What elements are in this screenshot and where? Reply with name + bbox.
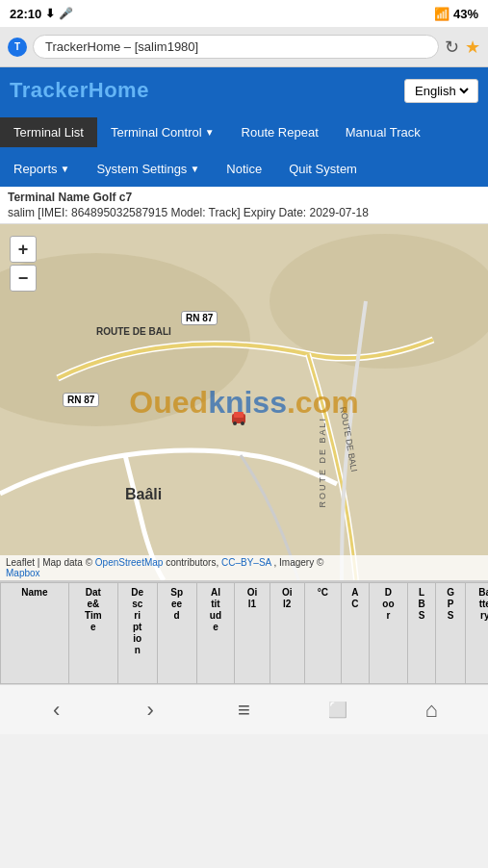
svg-point-7	[233, 421, 237, 425]
nav-terminal-control-label: Terminal Control	[111, 125, 202, 140]
terminal-name: Terminal Name Golf c7	[8, 191, 480, 204]
nav-quit-system[interactable]: Quit System	[275, 154, 371, 184]
reports-caret: ▼	[61, 164, 70, 174]
bookmark-star[interactable]: ★	[465, 37, 480, 58]
nav-route-repeat[interactable]: Route Repeat	[228, 117, 332, 147]
leaflet-text: Leaflet	[6, 557, 35, 568]
status-bar: 22:10 ⬇ 🎤 📶 43%	[0, 0, 488, 27]
forward-button[interactable]: ›	[129, 689, 171, 731]
language-selector[interactable]: English French Arabic	[404, 79, 478, 103]
nav-quit-system-label: Quit System	[289, 162, 357, 176]
vehicle-marker	[229, 409, 248, 428]
col-altitude: Altitude	[196, 583, 235, 684]
nav-manual-track-label: Manual Track	[346, 125, 421, 140]
reload-button[interactable]: ↻	[445, 37, 459, 58]
nav-notice-label: Notice	[226, 162, 262, 176]
terminal-control-caret: ▼	[205, 127, 215, 138]
app-title-part2: Home	[89, 78, 149, 102]
mapbox-link[interactable]: Mapbox	[6, 568, 40, 578]
contributors-text: contributors,	[166, 557, 221, 568]
nav-manual-track[interactable]: Manual Track	[332, 117, 434, 147]
col-ac: AC	[341, 583, 369, 684]
nav-terminal-control[interactable]: Terminal Control ▼	[97, 117, 228, 147]
nav-bar-2: Reports ▼ System Settings ▼ Notice Quit …	[0, 150, 488, 187]
zoom-in-button[interactable]: +	[10, 236, 37, 263]
nav-terminal-list-label: Terminal List	[13, 125, 84, 140]
upload-icon: 🎤	[59, 7, 73, 20]
battery-display: 43%	[453, 7, 478, 21]
language-dropdown[interactable]: English French Arabic	[411, 83, 472, 99]
map-zoom-controls: + −	[10, 236, 37, 292]
osm-link[interactable]: OpenStreetMap	[95, 557, 164, 568]
map-data-text: | Map data ©	[38, 557, 95, 568]
svg-rect-6	[234, 412, 244, 418]
tab-button[interactable]: ⬜	[317, 689, 359, 731]
nav-route-repeat-label: Route Repeat	[242, 125, 319, 140]
col-speed: Speed	[157, 583, 196, 684]
zoom-out-button[interactable]: −	[10, 265, 37, 292]
terminal-details: salim [IMEI: 864895032587915 Model: Trac…	[8, 206, 480, 219]
col-lbs: LBS	[407, 583, 435, 684]
home-button[interactable]: ⌂	[410, 689, 452, 731]
system-settings-caret: ▼	[190, 164, 199, 174]
status-time: 22:10 ⬇ 🎤	[10, 7, 73, 21]
col-temp: °C	[304, 583, 341, 684]
col-datetime: Date&Time	[68, 583, 117, 684]
col-oil2: Oil2	[270, 583, 304, 684]
route-de-bali-label: ROUTE DE BALI	[318, 417, 327, 508]
nav-system-settings-label: System Settings	[96, 162, 187, 176]
cc-link[interactable]: CC–BY–SA	[221, 557, 271, 568]
data-table-section: Name Date&Time Description Speed Altitud…	[0, 580, 488, 684]
back-button[interactable]: ‹	[36, 689, 78, 731]
app-title: TrackerHome	[10, 78, 149, 103]
col-gps: GPS	[436, 583, 466, 684]
svg-point-8	[241, 421, 244, 425]
nav-system-settings[interactable]: System Settings ▼	[83, 154, 213, 184]
info-bar: Terminal Name Golf c7 salim [IMEI: 86489…	[0, 187, 488, 224]
favicon: T	[8, 38, 27, 57]
nav-notice[interactable]: Notice	[213, 154, 275, 184]
place-name-baali: Baâli	[125, 486, 162, 503]
col-name: Name	[1, 583, 69, 684]
tracking-table: Name Date&Time Description Speed Altitud…	[0, 582, 488, 684]
map-attribution: Leaflet | Map data © OpenStreetMap contr…	[0, 555, 488, 580]
url-bar[interactable]: TrackerHome – [salim1980]	[33, 35, 439, 59]
col-oil1: Oil1	[235, 583, 270, 684]
bottom-nav: ‹ › ≡ ⬜ ⌂	[0, 684, 488, 734]
road-label-rn87-1: RN 87	[181, 311, 218, 325]
col-battery: Battery	[465, 583, 488, 684]
col-description: Description	[117, 583, 157, 684]
download-icon: ⬇	[45, 7, 55, 20]
nav-reports[interactable]: Reports ▼	[0, 154, 83, 184]
map-container[interactable]: ROUTE DE BALI ROUTE DE BALI RN 87 RN 87 …	[0, 224, 488, 580]
app-header: TrackerHome English French Arabic	[0, 67, 488, 114]
road-label-rn87-2: RN 87	[63, 393, 99, 407]
svg-text:ROUTE DE BALI: ROUTE DE BALI	[96, 326, 171, 337]
col-door: Door	[370, 583, 408, 684]
time-display: 22:10	[10, 7, 41, 21]
app-title-part1: Tracker	[10, 78, 89, 102]
nav-reports-label: Reports	[13, 162, 58, 176]
nav-bar-1: Terminal List Terminal Control ▼ Route R…	[0, 114, 488, 150]
status-right: 📶 43%	[434, 7, 478, 21]
imagery-text: , Imagery ©	[274, 557, 324, 568]
menu-button[interactable]: ≡	[222, 689, 265, 731]
signal-bars: 📶	[434, 7, 449, 21]
browser-bar: T TrackerHome – [salim1980] ↻ ★	[0, 27, 488, 67]
nav-terminal-list[interactable]: Terminal List	[0, 117, 97, 147]
